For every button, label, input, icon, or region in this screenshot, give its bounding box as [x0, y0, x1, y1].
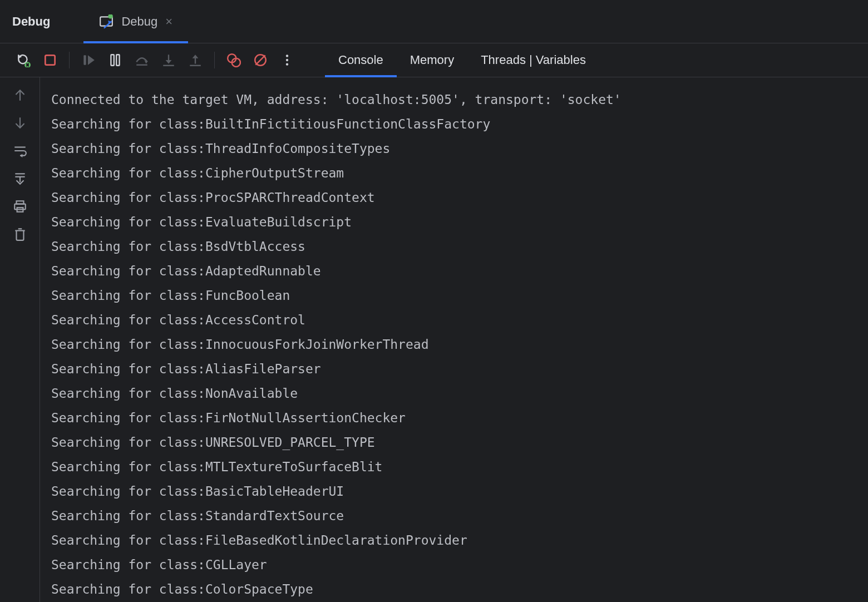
tab-run-config-debug[interactable]: Debug ×	[83, 0, 188, 43]
console-gutter	[0, 77, 40, 602]
tab-label: Debug	[121, 14, 157, 29]
tab-threads-variables[interactable]: Threads | Variables	[467, 43, 599, 77]
scroll-to-end-button[interactable]	[9, 171, 31, 186]
console-line: Searching for class:ThreadInfoCompositeT…	[51, 136, 857, 161]
tool-window-header: Debug Debug ×	[0, 0, 868, 43]
step-into-button[interactable]	[155, 47, 182, 73]
step-out-button[interactable]	[182, 47, 209, 73]
svg-rect-6	[45, 55, 55, 65]
console-line: Searching for class:FuncBoolean	[51, 283, 857, 308]
console-line: Searching for class:FileBasedKotlinDecla…	[51, 528, 857, 552]
svg-rect-10	[116, 55, 119, 66]
tab-console[interactable]: Console	[325, 43, 397, 77]
close-icon[interactable]: ×	[165, 16, 172, 28]
toolbar-left-group	[0, 43, 300, 77]
svg-rect-9	[111, 55, 114, 66]
console-line: Searching for class:AliasFileParser	[51, 357, 857, 381]
console-line: Searching for class:CipherOutputStream	[51, 161, 857, 185]
tool-window-title: Debug	[12, 0, 83, 43]
tab-memory[interactable]: Memory	[397, 43, 467, 77]
next-button[interactable]	[9, 115, 31, 131]
print-button[interactable]	[9, 199, 31, 214]
more-actions-button[interactable]	[274, 47, 300, 73]
pause-button[interactable]	[102, 47, 129, 73]
console-line: Searching for class:AccessControl	[51, 308, 857, 332]
soft-wrap-button[interactable]	[9, 143, 31, 159]
console-line: Searching for class:BuiltInFictitiousFun…	[51, 112, 857, 136]
debug-sub-tabs: Console Memory Threads | Variables	[325, 43, 599, 77]
console-line: Searching for class:ColorSpaceType	[51, 577, 857, 601]
console-line: Searching for class:NonAvailable	[51, 381, 857, 406]
svg-point-25	[286, 63, 288, 65]
svg-marker-8	[88, 55, 95, 65]
view-breakpoints-button[interactable]	[220, 47, 247, 73]
debug-body: Connected to the target VM, address: 'lo…	[0, 77, 868, 602]
console-line: Searching for class:ProcSPARCThreadConte…	[51, 185, 857, 210]
console-line: Searching for class:BsdVtblAccess	[51, 234, 857, 259]
svg-marker-14	[166, 60, 172, 64]
resume-button[interactable]	[75, 47, 102, 73]
console-line: Searching for class:FirNotNullAssertionC…	[51, 406, 857, 430]
console-line: Searching for class:MTLTextureToSurfaceB…	[51, 455, 857, 479]
console-line: Connected to the target VM, address: 'lo…	[51, 87, 857, 112]
mute-breakpoints-button[interactable]	[247, 47, 274, 73]
svg-point-23	[286, 55, 288, 57]
separator	[214, 52, 215, 68]
console-line: Searching for class:InnocuousForkJoinWor…	[51, 332, 857, 357]
step-over-button[interactable]	[129, 47, 155, 73]
console-output[interactable]: Connected to the target VM, address: 'lo…	[40, 77, 868, 602]
debug-toolbar: Console Memory Threads | Variables	[0, 43, 868, 77]
console-line: Searching for class:BasicTableHeaderUI	[51, 479, 857, 504]
separator	[69, 52, 70, 68]
run-config-icon	[99, 14, 114, 29]
console-line: Searching for class:EvaluateBuildscript	[51, 210, 857, 234]
rerun-button[interactable]	[10, 47, 37, 73]
console-line: Searching for class:StandardTextSource	[51, 504, 857, 528]
console-line: Searching for class:UNRESOLVED_PARCEL_TY…	[51, 430, 857, 455]
console-line: Searching for class:CGLLayer	[51, 552, 857, 577]
svg-point-24	[286, 59, 288, 61]
svg-marker-29	[20, 154, 22, 157]
clear-all-button[interactable]	[9, 226, 31, 242]
svg-marker-17	[193, 55, 199, 58]
stop-button[interactable]	[37, 47, 63, 73]
svg-rect-7	[83, 55, 86, 65]
previous-button[interactable]	[9, 87, 31, 103]
svg-rect-34	[14, 204, 26, 210]
console-line: Searching for class:AdaptedRunnable	[51, 259, 857, 283]
